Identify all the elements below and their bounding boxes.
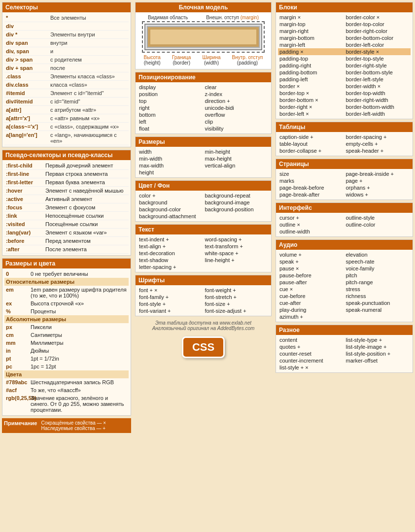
pseudo-key: :before — [4, 237, 44, 244]
pseudo-val: Активный элемент — [44, 196, 129, 202]
prop-right: marker-offset — [345, 357, 411, 364]
prop-row: padding-leftborder-left-style — [278, 76, 411, 83]
color-title: Цвет / Фон — [138, 182, 170, 189]
sizes-val: 0 не требует величины — [29, 270, 129, 277]
prop-left: margin-left — [278, 41, 345, 48]
prop-right — [345, 313, 411, 320]
prop-right: pitch — [345, 272, 411, 279]
prop-right: visibility — [204, 125, 270, 132]
sizes-row: inДюймы — [4, 347, 129, 355]
prop-right: border-right-style — [345, 62, 411, 69]
prop-left: right — [138, 104, 204, 111]
prop-left: pause-before — [278, 272, 345, 279]
prop-right: word-spacing + — [204, 236, 270, 243]
prop-row: padding-bottomborder-bottom-style — [278, 69, 411, 76]
pseudo-header: Псевдо-селекторы и псевдо-классы — [2, 150, 131, 160]
prop-right: outline-color — [345, 221, 411, 228]
selector-key: #itemid — [4, 90, 49, 97]
prop-row: topdirection + — [138, 98, 269, 104]
prop-left: width — [138, 148, 204, 155]
selector-row: #itemidЭлемент с id="itemid" — [4, 89, 129, 98]
blocks-section: Блоки margin ×border-color ×margin-topbo… — [276, 2, 413, 119]
visible-area-label: Видимая область — [148, 15, 188, 20]
sizes-key: 0 — [4, 270, 29, 277]
sizes-val: Шестнадцатеричная запись RGB — [29, 379, 129, 386]
sizes-subheader: Цвета — [4, 370, 129, 378]
prop-left: counter-increment — [278, 357, 345, 364]
pseudo-row: :first-letterПервая буква элемента — [4, 178, 129, 187]
selector-key: div * — [4, 31, 49, 38]
selectors-section: Селекторы *Все элементыdivdiv *Элементы … — [2, 2, 131, 147]
prop-right — [204, 169, 270, 176]
selector-row: div span внутри — [4, 39, 129, 47]
pseudo-row: :lang(var)Элемент с языком «var» — [4, 229, 129, 237]
prop-right: border-left-color — [345, 41, 411, 48]
pseudo-row: :linkНепосещённые ссылки — [4, 212, 129, 220]
pseudo-body: :first-childПервый дочерний элемент:firs… — [2, 160, 131, 255]
prop-row: margin-bottomborder-bottom-color — [278, 34, 411, 41]
sizes-row: exВысота строчной «x» — [4, 299, 129, 307]
prop-left: size — [278, 170, 345, 177]
prop-right: border-top-width — [345, 90, 411, 97]
prop-right: border-spacing + — [345, 133, 411, 140]
prop-row: font-style +font-size + — [138, 300, 269, 307]
prop-right: stress — [345, 286, 411, 293]
color-body: color +background-repeatbackgroundbackgr… — [136, 191, 271, 221]
selector-val: c id="itemid" — [49, 98, 129, 105]
prop-left: page-break-before — [278, 184, 345, 191]
prop-row: border-top ×border-top-width — [278, 90, 411, 97]
sizes-subheader: Абсолютные размеры — [4, 315, 129, 323]
selector-key: div.class — [4, 81, 49, 88]
note-section: Примечание Сокращённые свойства — ×Насле… — [2, 418, 131, 433]
misc-title: Разное — [279, 327, 300, 333]
selector-row: div *Элементы внутри — [4, 31, 129, 39]
prop-row: widthmin-height — [138, 148, 269, 155]
prop-row: page-break-afterwidows + — [278, 191, 411, 198]
prop-right: background-image — [204, 199, 270, 206]
prop-left: display — [138, 84, 204, 91]
prop-row: letter-spacing + — [138, 264, 269, 270]
prop-right: min-height — [204, 148, 270, 155]
sizes-key: #acf — [4, 387, 29, 394]
fonts-title: Шрифты — [138, 277, 165, 284]
text-title: Текст — [138, 226, 154, 233]
sizes-row: pt1pt = 1/72in — [4, 355, 129, 363]
sizes-val: 1pc = 12pt — [29, 363, 129, 370]
prop-left: font + × — [138, 287, 204, 294]
prop-row: min-widthmax-height — [138, 155, 269, 162]
prop-left: left — [138, 118, 204, 125]
selector-row: div, span и — [4, 47, 129, 56]
prop-left: height — [138, 169, 204, 176]
selector-val: после — [49, 65, 129, 71]
pseudo-val: Посещённые ссылки — [44, 221, 129, 228]
sizes-key: in — [4, 347, 29, 354]
prop-left: float — [138, 125, 204, 132]
pages-header: Страницы — [276, 159, 413, 169]
prop-left: background-color — [138, 206, 204, 213]
pseudo-row: :activeАктивный элемент — [4, 195, 129, 203]
selectors-body: *Все элементыdivdiv *Элементы внутри div… — [2, 12, 131, 147]
prop-left: outline × — [278, 221, 345, 228]
positioning-body: displayclearpositionz-indextopdirection … — [136, 82, 271, 133]
diagram-content-box — [150, 30, 256, 44]
selector-key: a[class~='x'] — [4, 123, 49, 130]
prop-left: border-left × — [278, 110, 345, 117]
misc-header: Разное — [276, 325, 413, 335]
sizes-key: cm — [4, 332, 29, 338]
footer-text-1: Эта таблица доступна на www.exlab.net Ан… — [135, 319, 272, 332]
prop-row: sizepage-break-inside + — [278, 170, 411, 177]
prop-left: cursor + — [278, 214, 345, 221]
sizes-row: cmСантиметры — [4, 331, 129, 339]
prop-right: border-top-style — [345, 55, 411, 62]
pseudo-val: Первый дочерний элемент — [44, 162, 129, 169]
sizes-row: pc1pc = 12pt — [4, 363, 129, 370]
sizes-row: %Проценты — [4, 307, 129, 315]
prop-row: margin-leftborder-left-color — [278, 41, 411, 48]
prop-row: counter-incrementmarker-offset — [278, 357, 411, 364]
audio-header: Аудио — [276, 240, 413, 250]
css-badge: CSS — [182, 336, 225, 358]
sizes-val: Миллиметры — [29, 339, 129, 346]
prop-left: cue-before — [278, 293, 345, 299]
prop-left: table-layout — [278, 140, 345, 147]
selector-row: a[attr] с атрибутом «attr» — [4, 106, 129, 114]
